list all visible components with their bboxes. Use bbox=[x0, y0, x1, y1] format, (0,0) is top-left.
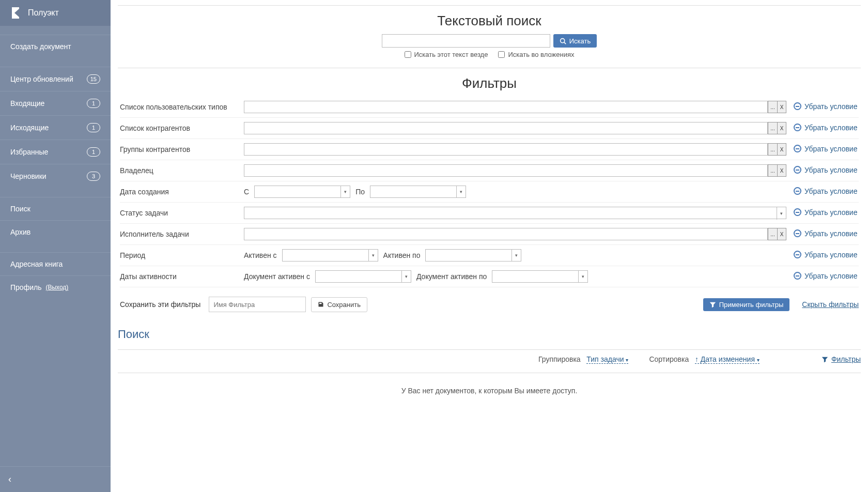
minus-icon bbox=[794, 166, 801, 174]
executor-picker[interactable]: ... X bbox=[244, 228, 786, 240]
apply-filters-button[interactable]: Применить фильтры bbox=[703, 298, 790, 311]
ellipsis-icon[interactable]: ... bbox=[768, 122, 777, 134]
remove-condition-link[interactable]: Убрать условие bbox=[794, 145, 857, 153]
sidebar: Полуэкт Создать документ Центр обновлени… bbox=[0, 0, 111, 492]
checkbox-input[interactable] bbox=[498, 51, 505, 58]
remove-condition-link[interactable]: Убрать условие bbox=[794, 251, 857, 259]
picker-input[interactable] bbox=[244, 228, 768, 240]
chevron-down-icon: ▾ bbox=[578, 270, 587, 283]
filter-label: Исполнитель задачи bbox=[120, 230, 244, 238]
sidebar-item-favorites[interactable]: Избранные 1 bbox=[0, 140, 111, 164]
filters-title: Фильтры bbox=[118, 68, 861, 97]
sidebar-item-addressbook[interactable]: Адресная книга bbox=[0, 253, 111, 276]
contractor-groups-picker[interactable]: ... X bbox=[244, 143, 786, 156]
filter-label: Период bbox=[120, 251, 244, 259]
hide-filters-link[interactable]: Скрыть фильтры bbox=[802, 300, 859, 309]
create-document[interactable]: Создать документ bbox=[0, 35, 111, 58]
remove-condition-link[interactable]: Убрать условие bbox=[794, 187, 857, 195]
sidebar-item-drafts[interactable]: Черновики 3 bbox=[0, 164, 111, 188]
chevron-left-icon: ‹ bbox=[8, 474, 11, 484]
badge-count: 1 bbox=[87, 99, 100, 108]
remove-condition-link[interactable]: Убрать условие bbox=[794, 102, 857, 111]
save-filter-label: Сохранить эти фильтры bbox=[120, 300, 200, 309]
ellipsis-icon[interactable]: ... bbox=[768, 164, 777, 177]
filter-row-period: Период Активен с ▾ Активен по ▾ Убрать у… bbox=[120, 245, 859, 266]
sidebar-item-updates[interactable]: Центр обновлений 15 bbox=[0, 67, 111, 91]
filter-row-owner: Владелец ... X Убрать условие bbox=[120, 160, 859, 181]
filters-toggle-link[interactable]: Фильтры bbox=[822, 355, 861, 363]
save-filter-row: Сохранить эти фильтры Сохранить Применит… bbox=[120, 287, 859, 319]
sidebar-item-outbox[interactable]: Исходящие 1 bbox=[0, 116, 111, 140]
filter-name-input[interactable] bbox=[209, 297, 306, 312]
search-everywhere-checkbox[interactable]: Искать этот текст везде bbox=[405, 51, 488, 58]
funnel-icon bbox=[822, 356, 828, 363]
svg-line-1 bbox=[564, 42, 566, 43]
ellipsis-icon[interactable]: ... bbox=[768, 101, 777, 113]
text-search-title: Текстовый поиск bbox=[118, 6, 861, 34]
logout-link[interactable]: (Выход) bbox=[45, 284, 68, 291]
search-attachments-checkbox[interactable]: Искать во вложениях bbox=[498, 51, 574, 58]
save-icon bbox=[318, 301, 324, 308]
filter-row-contractor-groups: Группы контрагентов ... X Убрать условие bbox=[120, 139, 859, 160]
chevron-down-icon: ▾ bbox=[512, 249, 521, 262]
sidebar-item-label: Входящие bbox=[10, 99, 44, 107]
picker-input[interactable] bbox=[244, 164, 768, 177]
clear-button[interactable]: X bbox=[777, 122, 786, 134]
checkbox-input[interactable] bbox=[405, 51, 411, 58]
sidebar-item-profile[interactable]: Профиль (Выход) bbox=[0, 276, 111, 299]
ellipsis-icon[interactable]: ... bbox=[768, 143, 777, 156]
clear-button[interactable]: X bbox=[777, 228, 786, 240]
sidebar-item-archive[interactable]: Архив bbox=[0, 221, 111, 243]
search-button[interactable]: Искать bbox=[553, 34, 597, 48]
sidebar-item-label: Архив bbox=[10, 228, 30, 236]
chevron-down-icon: ▾ bbox=[757, 357, 760, 363]
user-types-picker[interactable]: ... X bbox=[244, 101, 786, 113]
active-to-select[interactable]: ▾ bbox=[425, 249, 521, 262]
checkbox-label: Искать этот текст везде bbox=[414, 51, 488, 58]
save-filter-button[interactable]: Сохранить bbox=[311, 297, 367, 312]
minus-icon bbox=[794, 124, 801, 131]
remove-condition-link[interactable]: Убрать условие bbox=[794, 272, 857, 280]
active-to-label: Активен по bbox=[383, 251, 421, 259]
clear-button[interactable]: X bbox=[777, 143, 786, 156]
remove-condition-link[interactable]: Убрать условие bbox=[794, 166, 857, 174]
save-button-label: Сохранить bbox=[327, 301, 361, 309]
sidebar-item-label: Исходящие bbox=[10, 124, 49, 132]
clear-button[interactable]: X bbox=[777, 101, 786, 113]
date-from-select[interactable]: ▾ bbox=[254, 186, 350, 198]
group-dropdown[interactable]: Тип задачи ▾ bbox=[586, 355, 628, 364]
sidebar-collapse-button[interactable]: ‹ bbox=[0, 466, 111, 492]
date-to-select[interactable]: ▾ bbox=[370, 186, 466, 198]
sidebar-item-label: Центр обновлений bbox=[10, 75, 73, 83]
text-search-input[interactable] bbox=[382, 34, 550, 48]
remove-condition-link[interactable]: Убрать условие bbox=[794, 229, 857, 238]
minus-icon bbox=[794, 102, 801, 110]
sidebar-item-label: Профиль bbox=[10, 283, 41, 291]
sort-dropdown[interactable]: ↑ Дата изменения ▾ bbox=[695, 355, 760, 364]
brand[interactable]: Полуэкт bbox=[0, 0, 111, 26]
clear-button[interactable]: X bbox=[777, 164, 786, 177]
doc-active-to-select[interactable]: ▾ bbox=[492, 270, 588, 283]
picker-input[interactable] bbox=[244, 143, 768, 156]
owner-picker[interactable]: ... X bbox=[244, 164, 786, 177]
picker-input[interactable] bbox=[244, 122, 768, 134]
chevron-down-icon: ▾ bbox=[626, 357, 628, 363]
status-select[interactable]: ▾ bbox=[244, 207, 786, 219]
doc-active-from-select[interactable]: ▾ bbox=[315, 270, 411, 283]
badge-count: 15 bbox=[87, 74, 100, 84]
badge-count: 1 bbox=[87, 147, 100, 157]
badge-count: 1 bbox=[87, 123, 100, 132]
picker-input[interactable] bbox=[244, 101, 768, 113]
chevron-down-icon: ▾ bbox=[340, 186, 350, 198]
funnel-icon bbox=[709, 301, 716, 308]
sidebar-item-inbox[interactable]: Входящие 1 bbox=[0, 91, 111, 116]
filter-label: Даты активности bbox=[120, 272, 244, 281]
remove-condition-link[interactable]: Убрать условие bbox=[794, 208, 857, 217]
ellipsis-icon[interactable]: ... bbox=[768, 228, 777, 240]
active-from-select[interactable]: ▾ bbox=[282, 249, 378, 262]
apply-button-label: Применить фильтры bbox=[719, 301, 784, 309]
remove-condition-link[interactable]: Убрать условие bbox=[794, 124, 857, 132]
contractors-picker[interactable]: ... X bbox=[244, 122, 786, 134]
sidebar-item-search[interactable]: Поиск bbox=[0, 197, 111, 221]
filter-label: Статус задачи bbox=[120, 209, 244, 217]
